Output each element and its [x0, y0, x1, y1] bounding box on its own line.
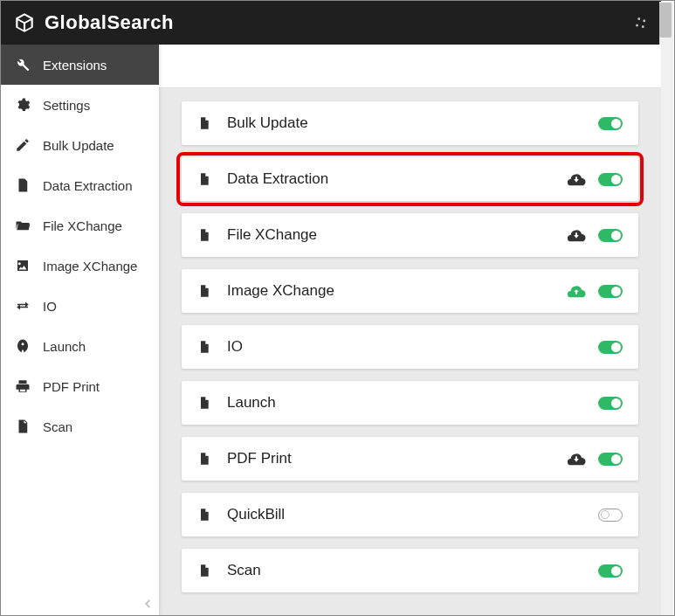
extension-title: Launch	[227, 394, 276, 412]
wrench-icon	[15, 57, 31, 73]
card-right	[567, 172, 623, 186]
window-scrollbar-thumb[interactable]	[659, 3, 672, 38]
card-left: Image XChange	[197, 282, 334, 300]
extension-card-quickbill[interactable]: QuickBill	[182, 493, 638, 536]
extension-card-launch[interactable]: Launch	[182, 381, 638, 425]
cloud-dark-icon[interactable]	[567, 228, 586, 242]
card-left: Scan	[197, 562, 261, 579]
enable-toggle[interactable]	[598, 453, 623, 466]
card-left: Bulk Update	[197, 114, 308, 132]
app-root: GlobalSearch ExtensionsSettingsBulk Upda…	[1, 1, 661, 615]
sidebar-item-settings[interactable]: Settings	[1, 85, 159, 125]
enable-toggle[interactable]	[598, 564, 623, 578]
toggle-knob	[611, 454, 621, 464]
card-right	[598, 341, 623, 354]
brand-logo-icon	[13, 11, 36, 34]
enable-toggle[interactable]	[598, 397, 623, 410]
file-icon	[197, 282, 211, 300]
extension-card-file-xchange[interactable]: File XChange	[182, 213, 638, 257]
extension-title: Image XChange	[227, 282, 334, 300]
doc-icon	[15, 419, 31, 434]
card-left: File XChange	[197, 226, 317, 244]
enable-toggle[interactable]	[598, 285, 623, 298]
extension-card-io[interactable]: IO	[182, 325, 638, 369]
extension-card-pdf-print[interactable]: PDF Print	[182, 437, 638, 481]
file-icon	[197, 562, 211, 579]
sidebar-item-io[interactable]: IO	[1, 286, 159, 326]
sidebar-item-extensions[interactable]: Extensions	[1, 45, 159, 85]
card-left: QuickBill	[197, 506, 285, 523]
header-settings-icon[interactable]	[633, 15, 649, 31]
print-icon	[15, 378, 31, 394]
toggle-knob	[601, 510, 610, 519]
extension-card-image-xchange[interactable]: Image XChange	[182, 269, 638, 313]
folder-open-icon	[15, 218, 31, 233]
sidebar-item-label: IO	[43, 299, 57, 314]
enable-toggle[interactable]	[598, 341, 623, 354]
file-icon	[197, 338, 211, 356]
extension-title: IO	[227, 338, 243, 356]
extension-title: Scan	[227, 562, 261, 579]
extension-list: Bulk UpdateData ExtractionFile XChangeIm…	[159, 88, 661, 610]
gear-icon	[15, 97, 31, 113]
cloud-dark-icon[interactable]	[567, 172, 586, 186]
sidebar-item-label: Settings	[43, 98, 90, 113]
card-left: Data Extraction	[197, 170, 328, 188]
cloud-dark-icon[interactable]	[567, 452, 586, 466]
sidebar-item-pdf-print[interactable]: PDF Print	[1, 366, 159, 406]
enable-toggle[interactable]	[598, 509, 623, 522]
card-right	[567, 228, 623, 242]
file-icon	[197, 506, 211, 523]
card-right	[567, 284, 623, 298]
card-right	[598, 117, 623, 130]
sidebar-item-file-xchange[interactable]: File XChange	[1, 205, 159, 246]
toggle-knob	[611, 566, 621, 576]
extension-card-bulk-update[interactable]: Bulk Update	[182, 101, 638, 145]
main-toolbar-spacer	[159, 45, 661, 88]
toggle-knob	[611, 287, 621, 296]
sidebar-item-launch[interactable]: Launch	[1, 326, 159, 366]
toggle-knob	[611, 398, 621, 408]
image-icon	[15, 258, 31, 273]
sidebar-item-label: Launch	[43, 339, 86, 354]
card-right	[598, 509, 623, 522]
extension-card-scan[interactable]: Scan	[182, 549, 638, 592]
sidebar-item-scan[interactable]: Scan	[1, 406, 159, 446]
cloud-green-icon[interactable]	[567, 284, 586, 298]
sidebar-item-label: Data Extraction	[43, 178, 133, 193]
card-right	[598, 564, 623, 578]
doc-lines-icon	[15, 177, 31, 193]
file-icon	[197, 394, 211, 412]
sidebar: ExtensionsSettingsBulk UpdateData Extrac…	[1, 45, 159, 615]
sidebar-item-image-xchange[interactable]: Image XChange	[1, 246, 159, 286]
sidebar-item-label: Scan	[43, 419, 72, 434]
file-icon	[197, 450, 211, 467]
file-icon	[197, 226, 211, 244]
sidebar-item-label: File XChange	[43, 218, 122, 233]
transfer-icon	[15, 298, 31, 314]
sidebar-item-label: Extensions	[43, 58, 107, 73]
sidebar-item-data-extraction[interactable]: Data Extraction	[1, 165, 159, 205]
toggle-knob	[611, 175, 621, 184]
app-body: ExtensionsSettingsBulk UpdateData Extrac…	[1, 45, 661, 615]
extension-title: Bulk Update	[227, 114, 308, 132]
toggle-knob	[611, 231, 621, 240]
enable-toggle[interactable]	[598, 117, 623, 130]
extension-title: Data Extraction	[227, 170, 328, 188]
file-icon	[197, 114, 211, 132]
rocket-icon	[15, 338, 31, 354]
sidebar-item-bulk-update[interactable]: Bulk Update	[1, 125, 159, 165]
extension-card-data-extraction[interactable]: Data Extraction	[182, 157, 638, 201]
toggle-knob	[611, 343, 621, 352]
extension-title: File XChange	[227, 226, 317, 244]
app-title: GlobalSearch	[45, 11, 174, 34]
file-icon	[197, 170, 211, 188]
sidebar-item-label: Bulk Update	[43, 138, 114, 153]
card-left: PDF Print	[197, 450, 292, 467]
enable-toggle[interactable]	[598, 173, 623, 186]
window-scrollbar-track[interactable]	[659, 2, 673, 616]
sidebar-collapse-button[interactable]	[141, 598, 154, 610]
toggle-knob	[611, 119, 621, 128]
main-panel: Bulk UpdateData ExtractionFile XChangeIm…	[159, 45, 661, 615]
enable-toggle[interactable]	[598, 229, 623, 242]
